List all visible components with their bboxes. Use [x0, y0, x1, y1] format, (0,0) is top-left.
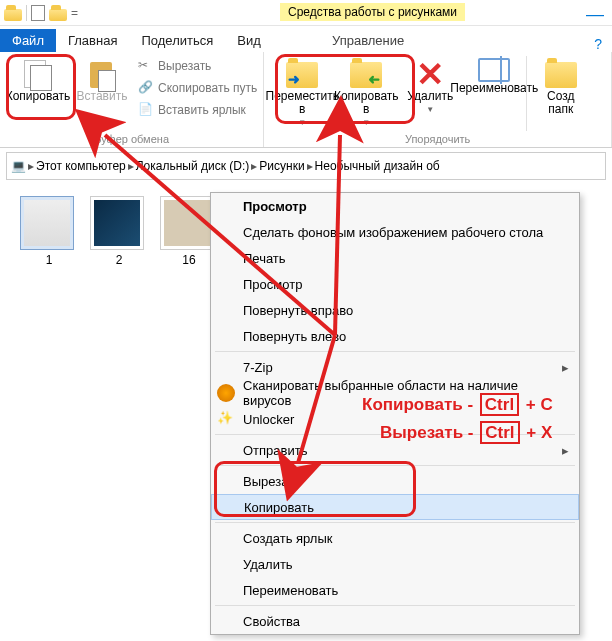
- menu-set-wallpaper[interactable]: Сделать фоновым изображением рабочего ст…: [211, 219, 579, 245]
- dropdown-icon: ▼: [362, 116, 370, 129]
- tab-file[interactable]: Файл: [0, 29, 56, 52]
- group-clipboard: Копировать Вставить ✂ Вырезать 🔗 Скопиро…: [0, 52, 264, 147]
- shortcut-icon: 📄: [138, 102, 154, 118]
- menu-delete[interactable]: Удалить: [211, 551, 579, 577]
- thumbnail-label: 2: [90, 253, 148, 267]
- group-organize-label: Упорядочить: [270, 133, 605, 145]
- paste-icon: [86, 58, 118, 90]
- menu-copy[interactable]: Копировать: [211, 494, 579, 520]
- copy-to-icon: ➜: [350, 58, 382, 88]
- cut-button[interactable]: ✂ Вырезать: [138, 56, 257, 76]
- title-bar: = Средства работы с рисунками —: [0, 0, 612, 26]
- context-tab-title: Средства работы с рисунками: [280, 3, 465, 21]
- paste-button[interactable]: Вставить: [70, 56, 134, 120]
- new-folder-icon: [545, 58, 577, 88]
- menu-properties[interactable]: Свойства: [211, 608, 579, 634]
- overlay-copy-shortcut: Копировать - Ctrl + C: [362, 395, 553, 415]
- crumb-sub[interactable]: Необычный дизайн об: [315, 159, 440, 173]
- group-clipboard-label: Буфер обмена: [6, 133, 257, 145]
- ribbon: Копировать Вставить ✂ Вырезать 🔗 Скопиро…: [0, 52, 612, 148]
- move-to-button[interactable]: ➜ Переместить в ▼: [270, 56, 334, 131]
- tab-view[interactable]: Вид: [225, 29, 273, 52]
- new-folder-button[interactable]: Созд папк: [526, 56, 590, 131]
- tab-home[interactable]: Главная: [56, 29, 129, 52]
- menu-preview2[interactable]: Просмотр: [211, 271, 579, 297]
- dropdown-icon: ▼: [298, 116, 306, 129]
- overlay-cut-shortcut: Вырезать - Ctrl + X: [380, 423, 552, 443]
- crumb-drive[interactable]: Локальный диск (D:): [136, 159, 250, 173]
- folder-icon: 💻: [11, 159, 26, 173]
- copy-button[interactable]: Копировать: [6, 56, 70, 120]
- file-thumbnail[interactable]: 2: [90, 196, 148, 267]
- rename-button[interactable]: Переименовать: [462, 56, 526, 131]
- menu-7zip[interactable]: 7-Zip▸: [211, 354, 579, 380]
- separator: [26, 5, 27, 21]
- menu-create-shortcut[interactable]: Создать ярлык: [211, 525, 579, 551]
- menu-print[interactable]: Печать: [211, 245, 579, 271]
- minimize-icon[interactable]: —: [586, 4, 604, 25]
- window-folder-icon: [4, 5, 22, 21]
- copy-to-button[interactable]: ➜ Копировать в ▼: [334, 56, 398, 131]
- menu-rename[interactable]: Переименовать: [211, 577, 579, 603]
- copy-label: Копировать: [6, 90, 71, 103]
- wand-icon: ✨: [217, 410, 235, 428]
- menu-preview[interactable]: Просмотр: [211, 193, 579, 219]
- group-organize: ➜ Переместить в ▼ ➜ Копировать в ▼ ✕ Уда…: [264, 52, 612, 147]
- menu-rotate-right[interactable]: Повернуть вправо: [211, 297, 579, 323]
- menu-cut[interactable]: Вырезать: [211, 468, 579, 494]
- copy-path-button[interactable]: 🔗 Скопировать путь: [138, 78, 257, 98]
- help-icon[interactable]: ?: [594, 36, 602, 52]
- tab-share[interactable]: Поделиться: [129, 29, 225, 52]
- submenu-arrow-icon: ▸: [562, 360, 569, 375]
- breadcrumb[interactable]: 💻 ▸ Этот компьютер ▸ Локальный диск (D:)…: [6, 152, 606, 180]
- menu-rotate-left[interactable]: Повернуть влево: [211, 323, 579, 349]
- copy-icon: [22, 58, 54, 90]
- ribbon-tabs: Файл Главная Поделиться Вид Управление ?: [0, 26, 612, 52]
- crumb-this-pc[interactable]: Этот компьютер: [36, 159, 126, 173]
- rename-icon: [478, 58, 510, 82]
- shield-icon: [217, 384, 235, 402]
- path-icon: 🔗: [138, 80, 154, 96]
- crumb-folder[interactable]: Рисунки: [259, 159, 304, 173]
- delete-icon: ✕: [416, 58, 444, 90]
- tab-manage[interactable]: Управление: [320, 29, 416, 52]
- quick-doc-icon[interactable]: [31, 5, 45, 21]
- scissors-icon: ✂: [138, 58, 154, 74]
- submenu-arrow-icon: ▸: [562, 443, 569, 458]
- quick-folder-icon[interactable]: [49, 5, 67, 21]
- dropdown-icon: ▼: [426, 103, 434, 116]
- file-thumbnail[interactable]: 1: [20, 196, 78, 267]
- move-to-icon: ➜: [286, 58, 318, 88]
- thumbnail-label: 1: [20, 253, 78, 267]
- paste-shortcut-button[interactable]: 📄 Вставить ярлык: [138, 100, 257, 120]
